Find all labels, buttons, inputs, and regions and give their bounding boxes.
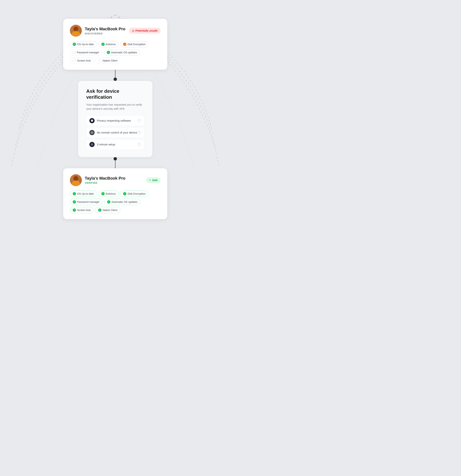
tag-auto-os-bottom: ✓ Automatic OS updates: [104, 199, 140, 205]
tags-container-bottom: ✓ OS Up-to date ✓ Antivirus ✓ Disk Encry…: [70, 191, 161, 213]
feature-row-privacy: Privacy respecting software ?: [86, 115, 144, 126]
device-info-top: Tayla's MacBook Pro DISCOVERED: [85, 26, 126, 35]
tag-auto-os-top: ✓ Automatic OS updates: [104, 49, 140, 56]
tag-label-disk-top: Disk Encryption: [127, 43, 146, 46]
feature-label-privacy: Privacy respecting software: [97, 119, 137, 122]
tag-screen-lock-bottom: ✓ Screen lock: [70, 207, 93, 213]
device-header-bottom: Tayla's MacBook Pro VERIFIED ✓ Safe: [70, 174, 161, 186]
device-status-verified: VERIFIED: [85, 181, 143, 184]
tag-label-disk-bottom: Disk Encryption: [127, 192, 146, 195]
connector-top-to-middle: [115, 70, 116, 81]
tag-icon-password-bottom: ✓: [73, 200, 76, 204]
device-header-top: Tayla's MacBook Pro DISCOVERED ⚠ Potenti…: [70, 25, 161, 37]
tag-label-os-top: OS Up-to date: [77, 43, 94, 46]
tag-label-auto-top: Automatic OS updates: [111, 51, 137, 54]
verification-title: Ask for device verification: [86, 88, 144, 100]
help-icon-remote[interactable]: ?: [137, 131, 141, 135]
check-icon-safe: ✓: [149, 179, 151, 181]
tag-label-auto-bottom: Automatic OS updates: [111, 200, 138, 204]
tag-antivirus-bottom: ✓ Antivirus: [99, 191, 119, 197]
tag-screen-lock-top: Screen lock: [70, 58, 93, 64]
connector-middle-to-bottom: [115, 157, 116, 168]
tag-label-native-bottom: Native Client: [103, 209, 117, 212]
tag-label-screen-top: Screen lock: [77, 59, 91, 62]
avatar-bottom: [70, 174, 82, 186]
verification-desc: Your organization has requested you to v…: [86, 103, 144, 111]
tag-label-antivirus-bottom: Antivirus: [106, 192, 116, 195]
main-container: Tayla's MacBook Pro DISCOVERED ⚠ Potenti…: [0, 19, 231, 219]
help-icon-privacy[interactable]: ?: [137, 119, 141, 123]
tag-os-update-bottom: ✓ OS Up-to date: [70, 191, 97, 197]
connector-line-1: [115, 70, 116, 77]
clock-icon: [89, 142, 95, 147]
tag-icon-auto-bottom: ✓: [107, 200, 110, 204]
tag-icon-native-bottom: ✓: [98, 208, 101, 212]
device-status-discovered: DISCOVERED: [85, 32, 126, 35]
connector-line-2: [115, 161, 116, 168]
connector-dot-2: [114, 157, 117, 161]
connector-dot-1: [114, 77, 117, 81]
block-icon: [89, 130, 95, 135]
tag-label-os-bottom: OS Up-to date: [77, 192, 94, 195]
device-name-top: Tayla's MacBook Pro: [85, 26, 126, 31]
feature-label-remote: No remote control of your device: [97, 131, 137, 134]
tag-icon-antivirus-bottom: ✓: [101, 192, 105, 196]
tag-native-client-bottom: ✓ Native Client: [95, 207, 120, 213]
device-name-bottom: Tayla's MacBook Pro: [85, 176, 143, 181]
tag-icon-screen-top: [73, 59, 76, 62]
avatar-top: [70, 25, 82, 37]
top-device-card: Tayla's MacBook Pro DISCOVERED ⚠ Potenti…: [63, 19, 167, 70]
tag-disk-enc-top: ⚠ Disk Encryption: [120, 41, 148, 47]
tag-icon-os-top: ✓: [73, 42, 76, 46]
help-icon-setup[interactable]: ?: [137, 143, 141, 146]
status-badge-unsafe: ⚠ Potentially unsafe: [129, 28, 161, 34]
tag-icon-screen-bottom: ✓: [73, 208, 76, 212]
status-badge-label-bottom: Safe: [152, 179, 158, 182]
tag-password-bottom: ✓ Password manager: [70, 199, 102, 205]
status-badge-safe: ✓ Safe: [146, 177, 161, 183]
feature-row-remote: No remote control of your device ?: [86, 127, 144, 138]
tag-native-client-top: Native Client: [95, 58, 120, 64]
device-info-bottom: Tayla's MacBook Pro VERIFIED: [85, 176, 143, 184]
tag-icon-disk-bottom: ✓: [123, 192, 126, 196]
tag-icon-antivirus-top: ✓: [101, 42, 105, 46]
warning-icon-top: ⚠: [132, 29, 134, 32]
verification-card: Ask for device verification Your organiz…: [78, 81, 152, 157]
feature-label-setup: 3 minute setup: [97, 143, 137, 146]
tag-label-antivirus-top: Antivirus: [106, 43, 116, 46]
shield-icon: [89, 118, 95, 123]
tag-label-password-bottom: Password manager: [77, 200, 100, 204]
feature-row-setup: 3 minute setup ?: [86, 139, 144, 150]
tag-icon-auto-top: ✓: [107, 51, 110, 54]
tags-container-top: ✓ OS Up-to date ✓ Antivirus ⚠ Disk Encry…: [70, 41, 161, 64]
tag-label-password-top: Password manager: [77, 51, 99, 54]
tag-label-screen-bottom: Screen lock: [77, 209, 91, 212]
bottom-device-card: Tayla's MacBook Pro VERIFIED ✓ Safe ✓ OS…: [63, 168, 167, 219]
tag-disk-enc-bottom: ✓ Disk Encryption: [120, 191, 148, 197]
tag-password-top: Password manager: [70, 49, 102, 56]
tag-label-native-top: Native Client: [103, 59, 117, 62]
tag-os-update-top: ✓ OS Up-to date: [70, 41, 97, 47]
status-badge-label-top: Potentially unsafe: [135, 29, 158, 32]
tag-icon-password-top: [73, 51, 76, 54]
tag-icon-native-top: [98, 59, 101, 62]
tag-icon-disk-top: ⚠: [123, 42, 126, 46]
tag-icon-os-bottom: ✓: [73, 192, 76, 196]
tag-antivirus-top: ✓ Antivirus: [99, 41, 119, 47]
